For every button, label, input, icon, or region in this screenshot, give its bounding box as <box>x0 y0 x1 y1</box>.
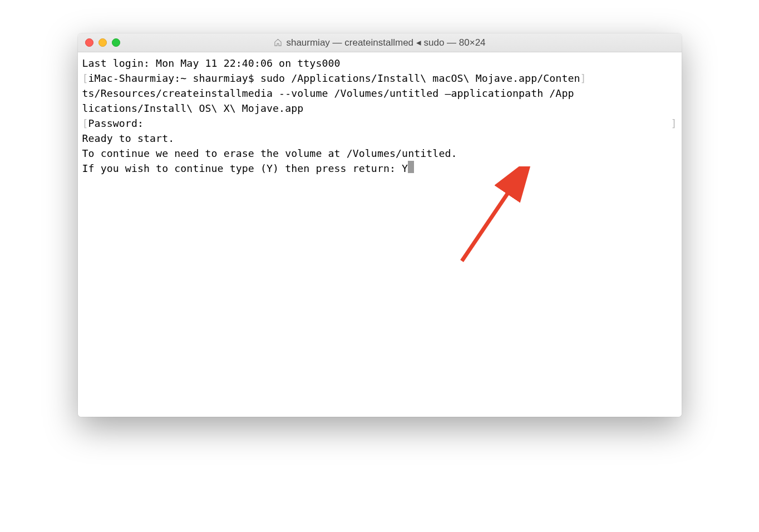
terminal-line: Ready to start. <box>82 131 677 146</box>
terminal-line: Last login: Mon May 11 22:40:06 on ttys0… <box>82 56 677 71</box>
terminal-line: [iMac-Shaurmiay:~ shaurmiay$ sudo /Appli… <box>82 71 677 86</box>
terminal-window: shaurmiay — createinstallmed ◂ sudo — 80… <box>78 33 682 417</box>
terminal-line: If you wish to continue type (Y) then pr… <box>82 161 677 176</box>
terminal-line: lications/Install\ OS\ X\ Mojave.app <box>82 101 677 116</box>
traffic-lights <box>78 38 120 47</box>
terminal-line: ts/Resources/createinstallmedia --volume… <box>82 86 677 101</box>
terminal-line: [Password:] <box>82 116 677 131</box>
zoom-button[interactable] <box>112 38 120 47</box>
terminal-content[interactable]: Last login: Mon May 11 22:40:06 on ttys0… <box>78 52 682 417</box>
minimize-button[interactable] <box>98 38 107 47</box>
window-title: shaurmiay — createinstallmed ◂ sudo — 80… <box>286 37 485 48</box>
arrow-annotation <box>456 166 540 270</box>
svg-line-1 <box>462 175 520 261</box>
home-icon <box>273 38 283 47</box>
title-container: shaurmiay — createinstallmed ◂ sudo — 80… <box>78 33 682 52</box>
titlebar[interactable]: shaurmiay — createinstallmed ◂ sudo — 80… <box>78 33 682 52</box>
cursor <box>408 161 414 173</box>
terminal-line: To continue we need to erase the volume … <box>82 146 677 161</box>
close-button[interactable] <box>85 38 93 47</box>
